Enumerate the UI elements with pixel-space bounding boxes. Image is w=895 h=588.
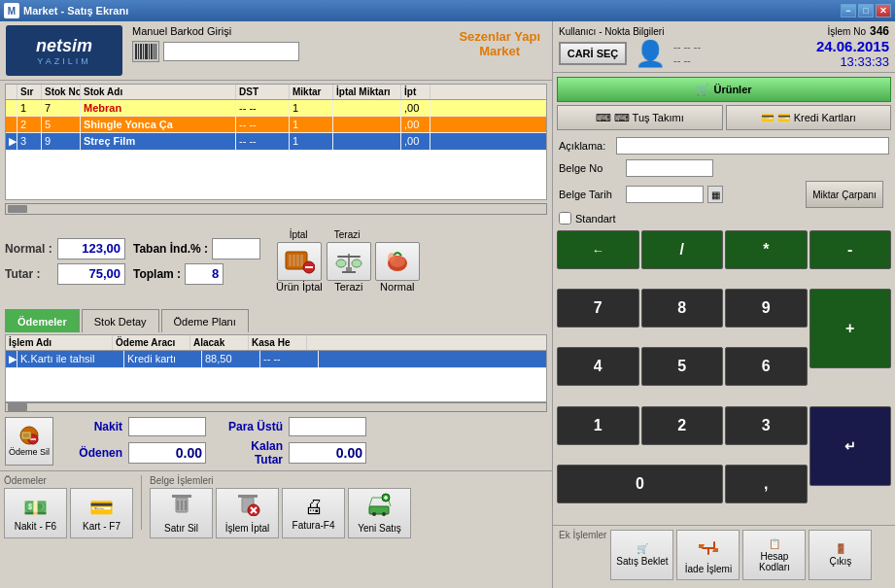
para-ustu-label: Para Üstü <box>220 420 283 433</box>
fatura-button[interactable]: 🖨 Fatura-F4 <box>282 488 345 538</box>
tutar-value: 75,00 <box>57 263 125 285</box>
pd-alacak: 88,50 <box>202 351 260 367</box>
numpad-enter[interactable]: ↵ <box>809 406 892 486</box>
numpad-1[interactable]: 1 <box>557 406 639 445</box>
numpad-9[interactable]: 9 <box>725 289 808 328</box>
belge-section-label: Belge İşlemleri <box>150 475 411 486</box>
numpad-2[interactable]: 2 <box>641 406 724 445</box>
terazi-button[interactable]: Terazi <box>327 242 371 293</box>
table-row[interactable]: ▶ 3 9 Streç Film -- -- 1 ,00 <box>6 133 546 151</box>
satis-beklet-button[interactable]: 🛒 Satış Beklet <box>610 530 673 580</box>
belge-buttons: Satır Sil İşlem İptal <box>150 488 411 538</box>
svg-point-24 <box>388 253 396 262</box>
numpad-6[interactable]: 6 <box>725 347 808 386</box>
belge-tarih-picker[interactable]: ▦ <box>707 186 723 203</box>
svg-point-43 <box>382 512 386 516</box>
numpad-plus[interactable]: + <box>809 289 892 368</box>
svg-point-21 <box>352 259 361 267</box>
normal-button[interactable]: Normal <box>375 242 420 293</box>
tabs-section: Ödemeler Stok Detay Ödeme Planı <box>0 307 552 334</box>
belge-no-input[interactable] <box>626 159 713 177</box>
numpad-multiply[interactable]: * <box>725 230 808 269</box>
tab-stok-detay[interactable]: Stok Detay <box>82 309 159 332</box>
numpad-back[interactable]: ← <box>557 230 639 269</box>
numpad-minus[interactable]: - <box>809 230 892 269</box>
standart-checkbox[interactable] <box>559 212 571 225</box>
bottom-toolbar: Ödemeler 💵 Nakit - F6 💳 Kart - F7 Belge … <box>0 470 552 534</box>
numpad-8[interactable]: 8 <box>641 289 724 328</box>
table-hscroll[interactable] <box>5 203 547 215</box>
row-dst: -- -- <box>236 117 290 132</box>
iptal-header: İptal <box>276 229 321 240</box>
tab-odemeler[interactable]: Ödemeler <box>5 309 80 332</box>
standart-row: Standart <box>553 210 895 226</box>
minimize-button[interactable]: − <box>841 4 856 17</box>
row-arrow <box>6 100 17 116</box>
urunler-button[interactable]: 🛒 Ürünler <box>557 77 891 102</box>
maximize-button[interactable]: □ <box>858 4 874 17</box>
belge-section: Belge İşlemleri Satır Sil <box>150 475 411 530</box>
nakit-input[interactable] <box>128 417 206 436</box>
yeni-satis-button[interactable]: Yeni Satış <box>348 488 411 538</box>
close-button[interactable]: ✕ <box>876 4 891 17</box>
satir-sil-label: Satır Sil <box>164 523 198 534</box>
miktar-carpani-button[interactable]: Miktar Çarpanı <box>806 181 883 208</box>
para-ustu-input[interactable] <box>289 417 366 436</box>
numpad-7[interactable]: 7 <box>557 289 639 328</box>
iade-icon <box>695 536 722 562</box>
odeme-sil-button[interactable]: Ödeme Sil <box>5 417 53 466</box>
tab-odeme-plani[interactable]: Ödeme Planı <box>161 309 249 332</box>
tus-takimi-button[interactable]: ⌨ ⌨ Tuş Takımı <box>557 105 723 130</box>
islem-iptal-button[interactable]: İşlem İptal <box>216 488 279 538</box>
satir-sil-button[interactable]: Satır Sil <box>150 488 213 538</box>
row-stok-adi: Streç Film <box>81 133 236 150</box>
cikis-label: Çıkış <box>830 556 852 567</box>
hesap-label: Hesap Kodları <box>743 551 805 572</box>
terazi-header: Terazi <box>325 229 369 240</box>
numpad-5[interactable]: 5 <box>641 347 724 386</box>
urun-iptal-button[interactable]: Ürün İptal <box>276 242 323 293</box>
numpad-0[interactable]: 0 <box>557 465 723 503</box>
ph-arac: Ödeme Aracı <box>113 335 190 350</box>
date-time-area: 24.06.2015 13:33:33 <box>816 38 889 69</box>
kart-button[interactable]: 💳 Kart - F7 <box>70 488 133 538</box>
nakit-button[interactable]: 💵 Nakit - F6 <box>4 488 67 538</box>
divider-1 <box>141 475 142 530</box>
yeni-satis-icon <box>366 493 394 521</box>
iade-label: İade İşlemi <box>685 564 732 574</box>
table-row[interactable]: 2 5 Shingle Yonca Ça -- -- 1 ,00 <box>6 117 546 133</box>
payment-scroll-thumb <box>8 403 27 411</box>
row-iptal <box>333 133 401 150</box>
row-arrow <box>6 117 17 132</box>
row-stok-no: 7 <box>42 100 81 116</box>
cikis-button[interactable]: 🚪 Çıkış <box>809 530 872 580</box>
right-buttons: 🛒 Ürünler ⌨ ⌨ Tuş Takımı 💳 💳 Kredi Kartl… <box>553 73 895 134</box>
cari-sec-button[interactable]: CARİ SEÇ <box>559 42 627 65</box>
iade-islemi-button[interactable]: İade İşlemi <box>676 530 740 580</box>
hesap-icon: 📋 <box>769 538 780 549</box>
barcode-icon <box>132 41 159 62</box>
table-row[interactable]: 1 7 Mebran -- -- 1 ,00 <box>6 100 546 117</box>
cari-dash1: -- -- -- <box>673 41 701 52</box>
odenen-row: Ödenen 0.00 Kalan Tutar 0.00 <box>69 439 366 467</box>
scroll-thumb <box>8 205 27 213</box>
numpad-divide[interactable]: / <box>641 230 724 269</box>
toplam-label: Toplam : <box>133 267 181 281</box>
hesap-kodlari-button[interactable]: 📋 Hesap Kodları <box>742 530 806 580</box>
kredi-kartlari-button[interactable]: 💳 💳 Kredi Kartları <box>726 105 892 130</box>
cikis-icon: 🚪 <box>835 543 846 554</box>
numpad-4[interactable]: 4 <box>557 347 639 386</box>
numpad-3[interactable]: 3 <box>725 406 808 445</box>
payment-section: İşlem Adı Ödeme Aracı Alacak Kasa He ▶ K… <box>5 334 547 402</box>
tus-icon: ⌨ <box>596 112 611 124</box>
standart-label: Standart <box>575 213 616 225</box>
payment-row[interactable]: ▶ K.Kartı ile tahsil Kredi kartı 88,50 -… <box>6 351 546 368</box>
aciklama-input[interactable] <box>616 137 889 155</box>
barcode-input[interactable] <box>163 42 299 61</box>
toplam-value: 8 <box>185 263 224 285</box>
belge-tarih-input[interactable] <box>626 186 704 203</box>
taban-input[interactable] <box>212 238 260 259</box>
svg-rect-0 <box>135 44 137 59</box>
payment-hscroll[interactable] <box>5 402 547 412</box>
numpad-comma[interactable]: , <box>725 465 808 503</box>
